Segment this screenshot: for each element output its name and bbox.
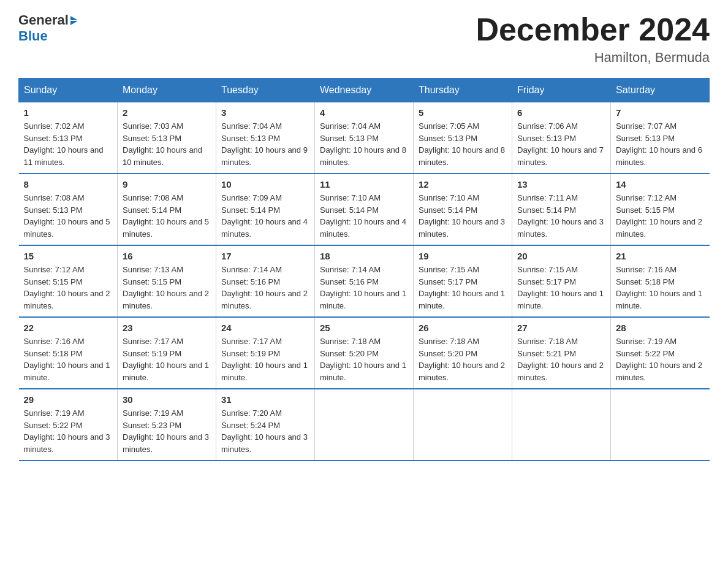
logo-blue: Blue xyxy=(18,28,48,44)
calendar-cell: 13 Sunrise: 7:11 AMSunset: 5:14 PMDaylig… xyxy=(512,174,611,245)
calendar-cell: 19 Sunrise: 7:15 AMSunset: 5:17 PMDaylig… xyxy=(414,245,512,317)
day-info: Sunrise: 7:05 AMSunset: 5:13 PMDaylight:… xyxy=(419,121,505,167)
day-number: 31 xyxy=(221,394,309,405)
calendar-cell xyxy=(414,389,512,461)
day-number: 17 xyxy=(221,251,309,261)
day-info: Sunrise: 7:16 AMSunset: 5:18 PMDaylight:… xyxy=(616,265,702,310)
calendar-table: SundayMondayTuesdayWednesdayThursdayFrid… xyxy=(18,78,710,461)
day-info: Sunrise: 7:12 AMSunset: 5:15 PMDaylight:… xyxy=(616,193,702,239)
calendar-cell: 4 Sunrise: 7:04 AMSunset: 5:13 PMDayligh… xyxy=(315,102,414,174)
header-thursday: Thursday xyxy=(414,79,512,102)
day-number: 9 xyxy=(123,179,211,190)
day-info: Sunrise: 7:17 AMSunset: 5:19 PMDaylight:… xyxy=(221,337,308,382)
header-tuesday: Tuesday xyxy=(216,79,315,102)
day-number: 27 xyxy=(517,323,605,333)
day-info: Sunrise: 7:19 AMSunset: 5:22 PMDaylight:… xyxy=(24,408,110,454)
calendar-header-row: SundayMondayTuesdayWednesdayThursdayFrid… xyxy=(19,79,710,102)
day-number: 5 xyxy=(419,107,507,118)
calendar-cell: 23 Sunrise: 7:17 AMSunset: 5:19 PMDaylig… xyxy=(118,317,216,389)
day-info: Sunrise: 7:04 AMSunset: 5:13 PMDaylight:… xyxy=(221,121,308,167)
day-info: Sunrise: 7:15 AMSunset: 5:17 PMDaylight:… xyxy=(419,265,505,310)
day-info: Sunrise: 7:18 AMSunset: 5:20 PMDaylight:… xyxy=(320,337,406,382)
calendar-cell: 9 Sunrise: 7:08 AMSunset: 5:14 PMDayligh… xyxy=(118,174,216,245)
header-sunday: Sunday xyxy=(19,79,118,102)
day-number: 3 xyxy=(221,107,309,118)
day-number: 6 xyxy=(517,107,605,118)
calendar-cell: 27 Sunrise: 7:18 AMSunset: 5:21 PMDaylig… xyxy=(512,317,611,389)
day-number: 13 xyxy=(517,179,605,190)
day-info: Sunrise: 7:11 AMSunset: 5:14 PMDaylight:… xyxy=(517,193,604,239)
calendar-cell: 22 Sunrise: 7:16 AMSunset: 5:18 PMDaylig… xyxy=(19,317,118,389)
day-number: 8 xyxy=(24,179,113,190)
calendar-cell: 11 Sunrise: 7:10 AMSunset: 5:14 PMDaylig… xyxy=(315,174,414,245)
day-info: Sunrise: 7:20 AMSunset: 5:24 PMDaylight:… xyxy=(221,408,308,454)
calendar-cell: 7 Sunrise: 7:07 AMSunset: 5:13 PMDayligh… xyxy=(611,102,710,174)
calendar-cell: 17 Sunrise: 7:14 AMSunset: 5:16 PMDaylig… xyxy=(216,245,315,317)
calendar-cell: 2 Sunrise: 7:03 AMSunset: 5:13 PMDayligh… xyxy=(118,102,216,174)
calendar-week-4: 22 Sunrise: 7:16 AMSunset: 5:18 PMDaylig… xyxy=(19,317,710,389)
day-number: 10 xyxy=(221,179,309,190)
day-info: Sunrise: 7:08 AMSunset: 5:13 PMDaylight:… xyxy=(24,193,110,239)
day-number: 4 xyxy=(320,107,408,118)
day-info: Sunrise: 7:15 AMSunset: 5:17 PMDaylight:… xyxy=(517,265,604,310)
calendar-cell: 5 Sunrise: 7:05 AMSunset: 5:13 PMDayligh… xyxy=(414,102,512,174)
day-number: 21 xyxy=(616,251,705,261)
calendar-cell: 14 Sunrise: 7:12 AMSunset: 5:15 PMDaylig… xyxy=(611,174,710,245)
day-number: 1 xyxy=(24,107,113,118)
calendar-cell: 16 Sunrise: 7:13 AMSunset: 5:15 PMDaylig… xyxy=(118,245,216,317)
day-info: Sunrise: 7:03 AMSunset: 5:13 PMDaylight:… xyxy=(123,121,202,167)
day-info: Sunrise: 7:09 AMSunset: 5:14 PMDaylight:… xyxy=(221,193,308,239)
calendar-cell: 30 Sunrise: 7:19 AMSunset: 5:23 PMDaylig… xyxy=(118,389,216,461)
day-info: Sunrise: 7:18 AMSunset: 5:20 PMDaylight:… xyxy=(419,337,505,382)
calendar-cell: 20 Sunrise: 7:15 AMSunset: 5:17 PMDaylig… xyxy=(512,245,611,317)
calendar-cell xyxy=(512,389,611,461)
day-info: Sunrise: 7:17 AMSunset: 5:19 PMDaylight:… xyxy=(123,337,209,382)
calendar-cell: 28 Sunrise: 7:19 AMSunset: 5:22 PMDaylig… xyxy=(611,317,710,389)
logo-general: General xyxy=(18,12,69,28)
day-number: 11 xyxy=(320,179,408,190)
calendar-cell: 24 Sunrise: 7:17 AMSunset: 5:19 PMDaylig… xyxy=(216,317,315,389)
header-monday: Monday xyxy=(118,79,216,102)
calendar-week-2: 8 Sunrise: 7:08 AMSunset: 5:13 PMDayligh… xyxy=(19,174,710,245)
day-info: Sunrise: 7:12 AMSunset: 5:15 PMDaylight:… xyxy=(24,265,110,310)
subtitle: Hamilton, Bermuda xyxy=(476,50,710,66)
calendar-cell: 3 Sunrise: 7:04 AMSunset: 5:13 PMDayligh… xyxy=(216,102,315,174)
day-number: 29 xyxy=(24,394,113,405)
day-info: Sunrise: 7:19 AMSunset: 5:23 PMDaylight:… xyxy=(123,408,209,454)
calendar-cell: 10 Sunrise: 7:09 AMSunset: 5:14 PMDaylig… xyxy=(216,174,315,245)
day-info: Sunrise: 7:10 AMSunset: 5:14 PMDaylight:… xyxy=(320,193,406,239)
day-number: 12 xyxy=(419,179,507,190)
day-number: 19 xyxy=(419,251,507,261)
header-friday: Friday xyxy=(512,79,611,102)
day-number: 20 xyxy=(517,251,605,261)
day-info: Sunrise: 7:06 AMSunset: 5:13 PMDaylight:… xyxy=(517,121,604,167)
calendar-cell xyxy=(611,389,710,461)
day-info: Sunrise: 7:02 AMSunset: 5:13 PMDaylight:… xyxy=(24,121,104,167)
day-number: 25 xyxy=(320,323,408,333)
calendar-cell: 12 Sunrise: 7:10 AMSunset: 5:14 PMDaylig… xyxy=(414,174,512,245)
calendar-cell: 1 Sunrise: 7:02 AMSunset: 5:13 PMDayligh… xyxy=(19,102,118,174)
day-number: 24 xyxy=(221,323,309,333)
day-number: 16 xyxy=(123,251,211,261)
day-number: 22 xyxy=(24,323,113,333)
header-saturday: Saturday xyxy=(611,79,710,102)
page-title: December 2024 xyxy=(476,12,710,47)
day-number: 28 xyxy=(616,323,705,333)
day-number: 18 xyxy=(320,251,408,261)
calendar-cell: 21 Sunrise: 7:16 AMSunset: 5:18 PMDaylig… xyxy=(611,245,710,317)
calendar-cell: 25 Sunrise: 7:18 AMSunset: 5:20 PMDaylig… xyxy=(315,317,414,389)
calendar-cell: 29 Sunrise: 7:19 AMSunset: 5:22 PMDaylig… xyxy=(19,389,118,461)
day-info: Sunrise: 7:08 AMSunset: 5:14 PMDaylight:… xyxy=(123,193,209,239)
day-number: 2 xyxy=(123,107,211,118)
day-info: Sunrise: 7:19 AMSunset: 5:22 PMDaylight:… xyxy=(616,337,702,382)
calendar-cell: 6 Sunrise: 7:06 AMSunset: 5:13 PMDayligh… xyxy=(512,102,611,174)
title-area: December 2024 Hamilton, Bermuda xyxy=(476,12,710,66)
day-info: Sunrise: 7:10 AMSunset: 5:14 PMDaylight:… xyxy=(419,193,505,239)
calendar-cell: 8 Sunrise: 7:08 AMSunset: 5:13 PMDayligh… xyxy=(19,174,118,245)
day-info: Sunrise: 7:13 AMSunset: 5:15 PMDaylight:… xyxy=(123,265,209,310)
header-wednesday: Wednesday xyxy=(315,79,414,102)
calendar-cell: 15 Sunrise: 7:12 AMSunset: 5:15 PMDaylig… xyxy=(19,245,118,317)
day-number: 15 xyxy=(24,251,113,261)
day-info: Sunrise: 7:18 AMSunset: 5:21 PMDaylight:… xyxy=(517,337,604,382)
calendar-week-1: 1 Sunrise: 7:02 AMSunset: 5:13 PMDayligh… xyxy=(19,102,710,174)
